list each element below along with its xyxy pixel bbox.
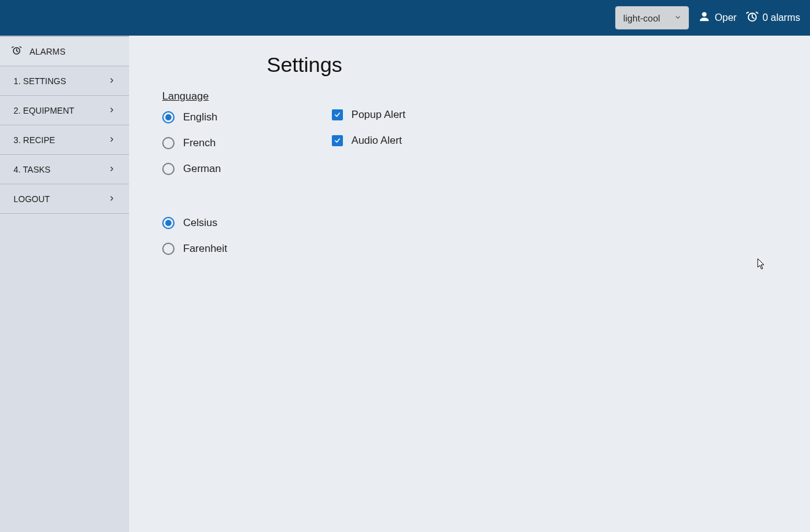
language-heading: Language <box>162 90 810 103</box>
radio-icon <box>162 111 175 123</box>
checkbox-popup-alert[interactable]: Popup Alert <box>332 109 406 121</box>
checkbox-icon <box>332 135 343 146</box>
chevron-right-icon <box>108 76 116 86</box>
sidebar-item-logout[interactable]: LOGOUT <box>0 184 129 214</box>
theme-select[interactable]: light-cool <box>615 6 689 29</box>
radio-label: French <box>183 137 216 149</box>
radio-label: Celsius <box>183 217 218 229</box>
chevron-right-icon <box>108 194 116 204</box>
checkbox-audio-alert[interactable]: Audio Alert <box>332 135 406 147</box>
radio-label: German <box>183 163 221 175</box>
chevron-down-icon <box>674 13 682 23</box>
sidebar-item-recipe[interactable]: 3. RECIPE <box>0 125 129 155</box>
sidebar-item-equipment[interactable]: 2. EQUIPMENT <box>0 96 129 125</box>
sidebar-alarms-label: ALARMS <box>29 47 66 57</box>
sidebar-item-label: 1. SETTINGS <box>14 76 66 86</box>
alarms-label: 0 alarms <box>763 12 800 23</box>
sidebar-item-label: 4. TASKS <box>14 165 50 174</box>
chevron-right-icon <box>108 165 116 174</box>
page-title: Settings <box>267 53 810 77</box>
radio-icon <box>162 137 175 149</box>
user-block[interactable]: Oper <box>698 10 737 26</box>
checkbox-icon <box>332 109 343 120</box>
sidebar-item-tasks[interactable]: 4. TASKS <box>0 155 129 184</box>
chevron-right-icon <box>108 135 116 145</box>
sidebar-item-label: 3. RECIPE <box>14 135 55 145</box>
alarm-icon <box>11 45 22 58</box>
main-content: Settings Language English French <box>129 36 810 532</box>
theme-select-value: light-cool <box>623 13 660 23</box>
user-icon <box>698 10 711 26</box>
radio-english[interactable]: English <box>162 111 227 123</box>
radio-icon <box>162 243 175 255</box>
alerts-group: Popup Alert Audio Alert <box>332 109 406 147</box>
user-name: Oper <box>715 12 737 23</box>
radio-label: English <box>183 111 218 123</box>
sidebar-item-settings[interactable]: 1. SETTINGS <box>0 66 129 96</box>
language-group: English French German <box>162 111 227 175</box>
temperature-group: Celsius Farenheit <box>162 217 227 255</box>
alarms-button[interactable]: 0 alarms <box>745 10 800 26</box>
radio-icon <box>162 163 175 175</box>
sidebar-item-label: 2. EQUIPMENT <box>14 106 74 115</box>
radio-label: Farenheit <box>183 243 227 255</box>
sidebar-item-alarms[interactable]: ALARMS <box>0 37 129 66</box>
radio-celsius[interactable]: Celsius <box>162 217 227 229</box>
radio-german[interactable]: German <box>162 163 227 175</box>
radio-french[interactable]: French <box>162 137 227 149</box>
alarm-icon <box>745 10 759 26</box>
sidebar-item-label: LOGOUT <box>14 194 50 204</box>
sidebar: ALARMS 1. SETTINGS 2. EQUIPMENT 3. RECIP… <box>0 36 129 532</box>
topbar: light-cool Oper 0 alarms <box>0 0 810 36</box>
radio-farenheit[interactable]: Farenheit <box>162 243 227 255</box>
svg-point-0 <box>702 12 706 17</box>
chevron-right-icon <box>108 106 116 115</box>
checkbox-label: Popup Alert <box>352 109 406 121</box>
radio-icon <box>162 217 175 229</box>
checkbox-label: Audio Alert <box>352 135 402 147</box>
